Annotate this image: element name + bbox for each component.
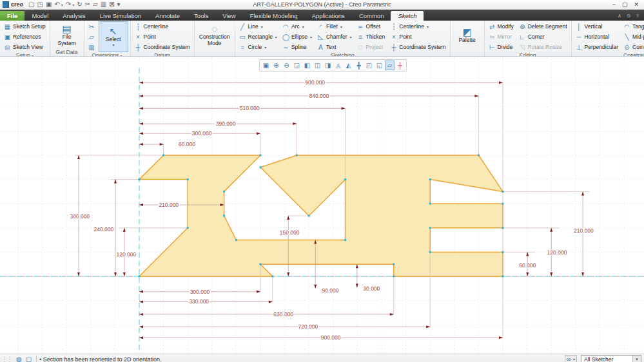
button-file-system[interactable]: ▤File System bbox=[52, 21, 82, 49]
dimension-value[interactable]: 510.000 bbox=[240, 105, 260, 111]
button-project[interactable]: □Project bbox=[355, 42, 387, 52]
button-coordinate-system[interactable]: ┼Coordinate System bbox=[133, 42, 192, 52]
help-icon[interactable]: ? bbox=[636, 13, 639, 19]
button-offset[interactable]: ≍Offset bbox=[355, 21, 387, 32]
button-centerline[interactable]: ┆Centerline▾ bbox=[388, 21, 447, 32]
redo-icon[interactable]: ↷ bbox=[66, 0, 71, 9]
paste-qat-icon[interactable]: ▥ bbox=[101, 0, 106, 9]
button-paste[interactable]: ▥ bbox=[86, 43, 97, 52]
web-browser-icon[interactable]: ◍ bbox=[14, 356, 24, 362]
vertex-dot[interactable] bbox=[478, 154, 480, 156]
dimension-120-000[interactable]: 120.000 bbox=[117, 228, 137, 276]
button-arc[interactable]: ◠Arc▾ bbox=[280, 21, 314, 32]
button-chamfer[interactable]: ◺Chamfer▾ bbox=[315, 32, 354, 42]
undo-caret-icon[interactable]: ▾ bbox=[61, 3, 63, 7]
dimension-value[interactable]: 300.000 bbox=[192, 130, 212, 137]
spin-center-icon[interactable]: ╋ bbox=[354, 61, 364, 70]
vertex-dot[interactable] bbox=[429, 251, 431, 253]
chevron-down-icon[interactable]: ▾ bbox=[427, 24, 429, 29]
button-horizontal[interactable]: ─Horizontal bbox=[574, 32, 620, 42]
vertex-dot[interactable] bbox=[162, 154, 164, 156]
dimension-value[interactable]: 300.000 bbox=[190, 289, 210, 295]
tab-annotate[interactable]: Annotate bbox=[148, 11, 187, 21]
selection-filter-dropdown[interactable]: All Sketcher ▼ bbox=[581, 355, 641, 362]
tab-live-simulation[interactable]: Live Simulation bbox=[93, 11, 148, 21]
vertex-dot[interactable] bbox=[260, 154, 262, 156]
chevron-down-icon[interactable]: ▾ bbox=[340, 24, 342, 29]
vertex-dot[interactable] bbox=[139, 178, 141, 180]
open-icon[interactable]: ◳ bbox=[37, 0, 43, 9]
dimension-value[interactable]: 210.000 bbox=[159, 202, 179, 208]
button-construction-mode[interactable]: ◌Construction Mode bbox=[197, 21, 233, 49]
vertex-dot[interactable] bbox=[429, 203, 431, 205]
dimension-720-000[interactable]: 720.000 bbox=[139, 323, 430, 330]
dimension-300-000[interactable]: 300.000 bbox=[139, 289, 260, 295]
vertex-dot[interactable] bbox=[344, 178, 346, 180]
vertex-dot[interactable] bbox=[235, 239, 237, 241]
close-button[interactable]: ✕ bbox=[634, 1, 639, 8]
view-normal-icon[interactable]: ◨ bbox=[323, 61, 333, 70]
dimension-value[interactable]: 840.000 bbox=[309, 93, 329, 99]
copy-qat-icon[interactable]: ▱ bbox=[93, 0, 98, 9]
dimension-value[interactable]: 60.000 bbox=[179, 141, 195, 148]
minimize-button[interactable]: – bbox=[612, 1, 616, 8]
tab-view[interactable]: View bbox=[215, 11, 242, 21]
dimension-value[interactable]: 630.000 bbox=[273, 311, 293, 318]
saved-views-icon[interactable]: ◫ bbox=[313, 61, 322, 70]
button-ellipse[interactable]: ◯Ellipse▾ bbox=[280, 32, 314, 42]
chevron-down-icon[interactable]: ▾ bbox=[113, 43, 115, 48]
cut-qat-icon[interactable]: ✂ bbox=[85, 0, 90, 9]
chevron-down-icon[interactable]: ▼ bbox=[632, 356, 641, 362]
vertex-dot[interactable] bbox=[502, 191, 504, 193]
redo-caret-icon[interactable]: ▾ bbox=[72, 3, 74, 7]
vertex-dot[interactable] bbox=[223, 191, 225, 193]
button-references[interactable]: ▣References bbox=[2, 32, 48, 42]
vertex-dot[interactable] bbox=[429, 178, 431, 180]
button-point[interactable]: ×Point bbox=[388, 32, 447, 42]
vertex-dot[interactable] bbox=[429, 227, 431, 229]
undo-icon[interactable]: ↶ bbox=[54, 0, 59, 9]
sketch-canvas[interactable]: ▣⊕⊖◲◧◫◨◬◭╋◰◱▱┼ 900.000840.000510.000390.… bbox=[0, 57, 644, 354]
vertex-dot[interactable] bbox=[502, 203, 504, 205]
button-circle[interactable]: ○Circle▾ bbox=[237, 42, 279, 52]
dimension-60-000[interactable]: 60.000 bbox=[139, 141, 195, 148]
dimension-840-000[interactable]: 840.000 bbox=[139, 93, 478, 99]
vertex-dot[interactable] bbox=[502, 251, 504, 253]
dimension-value[interactable]: 120.000 bbox=[117, 251, 137, 258]
tab-tools[interactable]: Tools bbox=[187, 11, 215, 21]
dimension-value[interactable]: 720.000 bbox=[298, 323, 318, 330]
dimension-60-000[interactable]: 60.000 bbox=[519, 252, 536, 276]
csys-display-icon[interactable]: ┼ bbox=[395, 61, 405, 70]
dimension-value[interactable]: 300.000 bbox=[70, 213, 90, 220]
button-perpendicular[interactable]: ⊥Perpendicular bbox=[574, 42, 620, 52]
tab-flexible-modeling[interactable]: Flexible Modeling bbox=[243, 11, 305, 21]
button-line[interactable]: ╱Line▾ bbox=[237, 21, 279, 32]
find-button[interactable]: ∞ ▾ bbox=[565, 355, 577, 362]
vertex-dot[interactable] bbox=[260, 166, 262, 168]
new-icon[interactable]: ▢ bbox=[28, 0, 34, 9]
button-thicken[interactable]: ≡Thicken bbox=[355, 32, 387, 42]
annotation-display-icon[interactable]: ◭ bbox=[344, 61, 353, 70]
close-window-icon[interactable]: ⊠ bbox=[109, 0, 114, 9]
chevron-down-icon[interactable]: ▾ bbox=[261, 24, 263, 29]
zoom-out-icon[interactable]: ⊖ bbox=[282, 61, 291, 70]
tab-applications[interactable]: Applications bbox=[305, 11, 352, 21]
button-corner[interactable]: ∟Corner bbox=[517, 32, 569, 42]
dimension-value[interactable]: 240.000 bbox=[93, 226, 113, 233]
vertex-dot[interactable] bbox=[187, 178, 189, 180]
dimension-900-000[interactable]: 900.000 bbox=[139, 334, 503, 341]
find-caret-icon[interactable]: ▾ bbox=[573, 357, 575, 361]
model-tree-icon[interactable]: ▢ bbox=[24, 356, 34, 362]
chevron-down-icon[interactable]: ▾ bbox=[302, 24, 304, 29]
vertex-dot[interactable] bbox=[271, 276, 273, 278]
dimension-value[interactable]: 30.000 bbox=[363, 285, 380, 292]
dimension-value[interactable]: 210.000 bbox=[574, 227, 594, 234]
chevron-down-icon[interactable]: ▾ bbox=[264, 45, 266, 50]
dimension-120-000[interactable]: 120.000 bbox=[547, 228, 567, 276]
dimension-value[interactable]: 900.000 bbox=[321, 334, 341, 341]
display-style-icon[interactable]: ◧ bbox=[302, 61, 312, 70]
regenerate-icon[interactable]: ↻ bbox=[77, 0, 82, 9]
dimension-210-000[interactable]: 210.000 bbox=[574, 191, 594, 276]
save-icon[interactable]: ▣ bbox=[46, 0, 52, 9]
datum-display-filter-icon[interactable]: ◬ bbox=[333, 61, 343, 70]
